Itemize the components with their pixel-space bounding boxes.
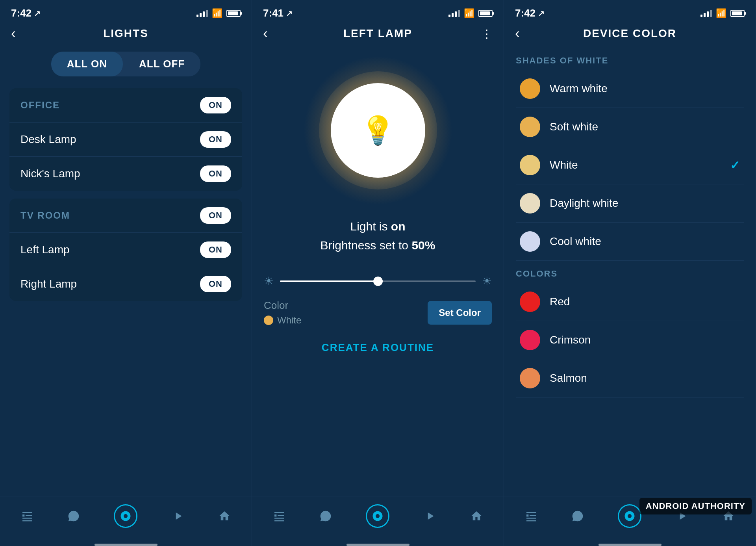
tvroom-status[interactable]: ON xyxy=(200,207,231,224)
svg-rect-10 xyxy=(526,512,536,513)
nav-home-icon-2[interactable] xyxy=(470,510,483,522)
time-display-2: 7:41 xyxy=(263,7,284,19)
color-soft-white[interactable]: Soft white xyxy=(516,108,744,146)
location-icon-1: ↗ xyxy=(34,9,41,18)
office-status[interactable]: ON xyxy=(200,97,231,113)
bar1 xyxy=(196,15,198,17)
nav-list-icon-1[interactable] xyxy=(21,510,33,522)
status-icons-2: 📶 xyxy=(448,8,493,19)
color-left: Color White xyxy=(264,299,301,326)
battery-fill-2 xyxy=(480,11,490,15)
toggle-row: ALL ON ALL OFF xyxy=(0,52,252,76)
time-left: 7:42 ↗ xyxy=(11,7,41,19)
office-title: OFFICE xyxy=(20,100,60,111)
nav-chat-icon-2[interactable] xyxy=(319,510,332,522)
colors-title: COLORS xyxy=(516,269,744,279)
nav-list-icon-2[interactable] xyxy=(273,510,285,522)
color-cool-white[interactable]: Cool white xyxy=(516,223,744,261)
bar1-2 xyxy=(448,15,450,17)
svg-rect-9 xyxy=(274,520,284,522)
lamp-glow-container: 💡 xyxy=(303,56,453,205)
soft-white-name: Soft white xyxy=(550,121,598,133)
nicks-lamp-row[interactable]: Nick's Lamp ON xyxy=(9,156,242,191)
back-button-1[interactable]: ‹ xyxy=(11,25,16,42)
desk-lamp-row[interactable]: Desk Lamp ON xyxy=(9,122,242,156)
color-warm-white-left: Warm white xyxy=(520,78,608,99)
color-preview: White xyxy=(264,315,301,326)
tvroom-header: TV ROOM ON xyxy=(9,199,242,232)
color-warm-white[interactable]: Warm white xyxy=(516,70,744,108)
lamp-status-text: Light is on xyxy=(321,217,435,236)
all-toggle: ALL ON ALL OFF xyxy=(51,52,201,76)
office-section: OFFICE ON Desk Lamp ON Nick's Lamp ON xyxy=(9,88,242,191)
nav-play-icon-2[interactable] xyxy=(424,510,436,522)
page-title-2: LEFT LAMP xyxy=(343,27,412,40)
page-title-3: DEVICE COLOR xyxy=(583,27,676,40)
bottom-nav-2 xyxy=(252,496,504,540)
white-circle xyxy=(520,155,540,175)
nav-chat-icon-1[interactable] xyxy=(67,510,80,522)
bottom-nav-1 xyxy=(0,496,252,540)
battery-fill-1 xyxy=(228,11,238,15)
cool-white-circle xyxy=(520,231,540,252)
nav-alexa-icon-2[interactable] xyxy=(366,504,389,528)
color-salmon[interactable]: Salmon xyxy=(516,359,744,397)
nav-alexa-icon-1[interactable] xyxy=(114,504,137,528)
location-icon-2: ↗ xyxy=(286,9,293,18)
all-off-button[interactable]: ALL OFF xyxy=(123,52,200,76)
svg-rect-4 xyxy=(22,520,32,522)
nav-play-icon-1[interactable] xyxy=(172,510,184,522)
color-dot-preview xyxy=(264,316,273,325)
bar1-3 xyxy=(700,15,702,17)
right-lamp-row[interactable]: Right Lamp ON xyxy=(9,267,242,301)
svg-rect-5 xyxy=(274,512,284,513)
lamp-circle: 💡 xyxy=(331,83,425,178)
status-bar-2: 7:41 ↗ 📶 xyxy=(252,0,504,23)
shades-title: SHADES OF WHITE xyxy=(516,56,744,66)
brightness-high-icon: ☀ xyxy=(482,275,492,288)
bar2-3 xyxy=(704,13,706,17)
right-lamp-status[interactable]: ON xyxy=(200,276,231,292)
slider-thumb[interactable] xyxy=(373,277,383,286)
back-button-3[interactable]: ‹ xyxy=(515,25,520,42)
bulb-icon: 💡 xyxy=(361,114,395,147)
alexa-circle-2[interactable] xyxy=(366,504,389,528)
time-display-1: 7:42 xyxy=(11,7,32,19)
color-label: Color xyxy=(264,299,301,312)
nav-home-icon-1[interactable] xyxy=(218,510,231,522)
daylight-white-circle xyxy=(520,193,540,214)
all-on-button[interactable]: ALL ON xyxy=(51,52,123,76)
color-name-preview: White xyxy=(277,315,301,326)
back-button-2[interactable]: ‹ xyxy=(263,25,268,42)
color-section: Color White Set Color xyxy=(264,299,492,326)
lamp-display: 💡 Light is on Brightness set to 50% xyxy=(252,48,504,267)
nav-alexa-icon-3[interactable] xyxy=(618,504,641,528)
left-lamp-row[interactable]: Left Lamp ON xyxy=(9,232,242,267)
color-crimson[interactable]: Crimson xyxy=(516,321,744,359)
alexa-circle-1[interactable] xyxy=(114,504,137,528)
nicks-lamp-status[interactable]: ON xyxy=(200,165,231,182)
bar3-2 xyxy=(455,11,457,17)
alexa-circle-3[interactable] xyxy=(618,504,641,528)
brightness-label: Brightness set to xyxy=(321,239,412,252)
tvroom-section: TV ROOM ON Left Lamp ON Right Lamp ON xyxy=(9,199,242,301)
desk-lamp-status[interactable]: ON xyxy=(200,131,231,148)
color-red[interactable]: Red xyxy=(516,283,744,321)
home-indicator-2 xyxy=(346,544,410,546)
nav-chat-icon-3[interactable] xyxy=(571,510,584,522)
brightness-text: Brightness set to 50% xyxy=(321,236,435,255)
status-bar-1: 7:42 ↗ 📶 xyxy=(0,0,252,23)
status-icons-1: 📶 xyxy=(196,8,241,19)
brightness-slider[interactable] xyxy=(280,280,476,282)
nav-list-icon-3[interactable] xyxy=(525,510,537,522)
color-white[interactable]: White ✓ xyxy=(516,146,744,184)
color-daylight-white[interactable]: Daylight white xyxy=(516,184,744,223)
set-color-button[interactable]: Set Color xyxy=(428,301,492,325)
left-lamp-status[interactable]: ON xyxy=(200,241,231,258)
more-button-2[interactable]: ⋮ xyxy=(481,27,493,41)
crimson-name: Crimson xyxy=(550,334,591,346)
color-daylight-white-left: Daylight white xyxy=(520,193,618,214)
color-salmon-left: Salmon xyxy=(520,368,587,388)
office-header: OFFICE ON xyxy=(9,88,242,122)
create-routine-button[interactable]: CREATE A ROUTINE xyxy=(252,342,504,354)
